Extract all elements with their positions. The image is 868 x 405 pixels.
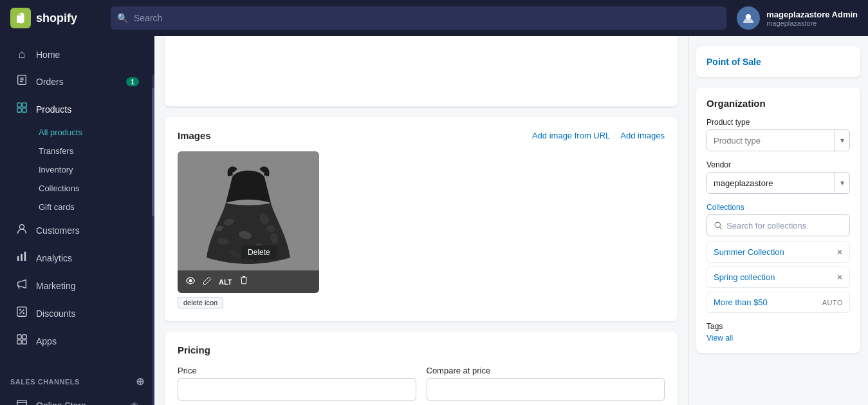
sidebar-item-marketing[interactable]: Marketing [5,272,149,299]
add-images-button[interactable]: Add images [620,131,665,140]
product-type-select[interactable]: ▾ [706,129,850,151]
sidebar-sub-collections[interactable]: Collections [5,179,149,198]
svg-line-37 [719,227,721,229]
sidebar-item-analytics[interactable]: Analytics [5,244,149,272]
user-menu[interactable]: mageplazastore Admin mageplazastore [737,6,858,30]
collections-group: Collections Summer Collection ✕ Spring c… [706,203,850,313]
scroll-thumb[interactable] [152,88,154,216]
vendor-arrow[interactable]: ▾ [835,173,849,193]
sub-item-label: Collections [39,184,80,193]
pricing-card: Pricing Price Compare at price [165,332,678,405]
svg-rect-6 [23,103,26,107]
view-icon[interactable] [185,276,196,288]
svg-rect-11 [21,254,23,261]
search-collections[interactable] [706,214,850,236]
sidebar-item-home[interactable]: ⌂ Home [5,41,149,68]
alt-text-label[interactable]: ALT [219,278,232,286]
orders-badge: 1 [126,77,139,86]
organization-card: Organization Product type ▾ Vendor ▾ Co [696,88,860,353]
sub-item-label: Gift cards [39,202,75,212]
vendor-select[interactable]: ▾ [706,172,850,194]
description-card-top [165,36,678,107]
orders-icon [15,74,28,89]
sidebar-item-customers[interactable]: Customers [5,216,149,244]
sub-item-label: Transfers [39,146,73,156]
logo[interactable]: shopify [10,8,100,28]
svg-rect-20 [23,340,26,344]
pos-title: Point of Sale [706,57,850,67]
sales-channels-label: SALES CHANNELS [10,378,80,386]
shopify-logo-icon [10,8,31,28]
tags-section: Tags View all [706,322,850,343]
svg-rect-10 [17,256,19,261]
sub-item-label: All products [39,127,82,137]
svg-point-35 [189,279,192,283]
sidebar-item-label: Analytics [36,253,72,263]
analytics-icon [15,250,28,265]
view-all-tags-link[interactable]: View all [706,334,850,343]
svg-rect-17 [17,335,21,339]
vendor-group: Vendor ▾ [706,160,850,194]
images-card: Images Add image from URL Add images [165,117,678,321]
add-image-url-button[interactable]: Add image from URL [532,131,610,140]
sidebar-item-label: Marketing [36,281,75,291]
svg-rect-12 [24,252,26,261]
edit-icon[interactable] [202,276,212,288]
avatar [737,6,760,30]
marketing-icon [15,278,28,293]
logo-text: shopify [36,12,77,25]
svg-rect-5 [17,103,21,107]
collection-tag-name: Spring collection [714,272,775,282]
main-content: Images Add image from URL Add images [154,36,688,405]
svg-point-16 [23,312,24,314]
sales-channels-section: SALES CHANNELS ⊕ [0,365,154,391]
collection-auto-more50: More than $50 AUTO [706,292,850,313]
sidebar-item-label: Products [36,104,71,115]
sidebar-item-products[interactable]: Products [5,95,149,123]
sidebar-sub-gift-cards[interactable]: Gift cards [5,198,149,216]
sidebar-item-label: Home [36,50,60,60]
apps-icon [15,334,28,348]
sidebar-item-apps[interactable]: Apps [5,327,149,355]
svg-rect-8 [23,108,26,112]
sidebar-sub-all-products[interactable]: All products [5,123,149,142]
search-icon: 🔍 [117,13,128,23]
compare-price-label: Compare at price [427,366,665,375]
remove-spring-collection-button[interactable]: ✕ [836,273,843,282]
sidebar: ⌂ Home Orders 1 [0,36,154,405]
remove-summer-collection-button[interactable]: ✕ [836,248,843,257]
compare-price-input[interactable] [427,378,665,401]
sidebar-item-label: Apps [36,336,57,346]
price-field: Price [178,366,416,401]
price-input[interactable] [178,378,416,401]
collection-tag-spring: Spring collection ✕ [706,267,850,288]
sidebar-item-online-store[interactable]: Online Store 👁 [5,391,149,405]
image-overlay: ALT [178,270,319,293]
collections-search-input[interactable] [726,221,843,231]
product-image-thumbnail: ALT Delete [178,151,319,293]
sidebar-sub-inventory[interactable]: Inventory [5,160,149,179]
user-store: mageplazastore [766,19,858,27]
product-type-input[interactable] [707,130,835,151]
sidebar-item-discounts[interactable]: Discounts [5,299,149,327]
product-type-arrow[interactable]: ▾ [835,130,849,151]
delete-tooltip: Delete [241,245,277,259]
svg-rect-19 [17,340,21,344]
pricing-title: Pricing [178,344,665,355]
add-channel-button[interactable]: ⊕ [136,375,145,388]
images-title: Images [178,130,211,141]
vendor-label: Vendor [706,160,850,169]
right-panel: Point of Sale Organization Product type … [688,36,868,405]
sidebar-sub-transfers[interactable]: Transfers [5,142,149,160]
global-search[interactable]: 🔍 [111,6,726,30]
search-collections-icon [714,221,723,230]
visibility-icon: 👁 [130,400,139,406]
auto-badge: AUTO [822,299,843,306]
delete-button[interactable] [239,276,249,288]
sidebar-item-orders[interactable]: Orders 1 [5,68,149,95]
compare-price-field: Compare at price [427,366,665,401]
pricing-grid: Price Compare at price [178,366,665,401]
scroll-indicator [152,75,154,405]
search-input[interactable] [111,6,726,30]
vendor-input[interactable] [707,173,835,193]
